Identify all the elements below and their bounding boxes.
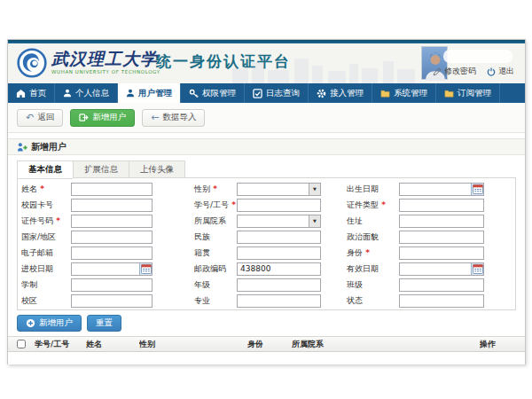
nav-tab-label: 日志查询: [266, 88, 300, 99]
nav-tab-home[interactable]: 首页: [8, 83, 55, 103]
id-type-input[interactable]: [399, 199, 484, 212]
status-input[interactable]: [399, 294, 484, 308]
field-valid-date: 有效日期: [347, 262, 484, 276]
field-label: 证件号码 *: [21, 215, 71, 227]
field-major: 专业: [194, 294, 321, 308]
tab-basic-info[interactable]: 基本信息: [17, 160, 73, 179]
field-label: 邮政编码: [194, 263, 237, 275]
schooling-length-input[interactable]: [71, 278, 153, 292]
dropdown-arrow-icon[interactable]: ▼: [309, 184, 320, 195]
campus-input[interactable]: [71, 294, 153, 308]
email-input[interactable]: [71, 246, 153, 260]
field-label: 校园卡号: [21, 200, 71, 211]
nav-tab-system[interactable]: 系统管理: [372, 83, 436, 103]
required-asterisk: *: [210, 184, 217, 193]
nav-tab-access[interactable]: 接入管理: [309, 83, 372, 103]
field-label: 证件类型 *: [347, 200, 399, 211]
select-all-cell: [17, 340, 35, 348]
field-label: 专业: [194, 295, 237, 307]
address-input[interactable]: [399, 215, 484, 228]
nav-tab-label: 用户管理: [138, 88, 172, 99]
form-row: 学制年级班级: [18, 277, 515, 293]
grade-input[interactable]: [237, 278, 321, 292]
back-arrow-icon: ↶: [26, 113, 34, 122]
nav-tab-users[interactable]: 用户管理: [118, 83, 181, 103]
required-asterisk: *: [363, 248, 370, 257]
field-label: 校区: [21, 295, 71, 307]
field-schooling-length: 学制: [21, 278, 153, 292]
logout-link[interactable]: 退出: [487, 66, 514, 77]
country-region-input[interactable]: [71, 231, 153, 244]
field-country-region: 国家/地区: [21, 231, 153, 244]
dropdown-arrow-icon[interactable]: ▼: [309, 215, 320, 227]
nav-tab-label: 权限管理: [202, 88, 236, 99]
table-header-row: 学号/工号姓名性别身份所属院系操作: [8, 336, 525, 352]
tab-upload-avatar[interactable]: 上传头像: [129, 160, 185, 178]
id-number-input[interactable]: [71, 215, 153, 228]
field-postal-code: 邮政编码: [194, 262, 321, 276]
export-icon: [79, 113, 89, 122]
nav-tab-logs[interactable]: 日志查询: [245, 83, 309, 103]
submit-add-user-button[interactable]: 新增用户: [17, 315, 82, 332]
data-import-button[interactable]: ← 数据导入: [142, 109, 205, 127]
back-button[interactable]: ↶ 返回: [17, 109, 63, 127]
header-links: 修改密码 退出: [433, 66, 514, 77]
major-input[interactable]: [237, 294, 321, 308]
tab-extended-info[interactable]: 扩展信息: [73, 160, 129, 178]
class-input[interactable]: [399, 278, 484, 292]
column-header-name: 姓名: [86, 339, 139, 350]
power-icon: [487, 67, 496, 76]
field-label: 国家/地区: [21, 231, 71, 243]
nav-tab-profile[interactable]: 个人信息: [55, 83, 118, 103]
field-label: 有效日期: [347, 263, 399, 275]
folder-icon: [444, 89, 454, 98]
field-label: 年级: [194, 279, 237, 291]
required-asterisk: *: [379, 200, 386, 209]
reset-button[interactable]: 重置: [87, 315, 121, 332]
content-area: 新增用户 基本信息扩展信息上传头像 姓名 *性别 *▼出生日期校园卡号学号/工号…: [8, 133, 525, 364]
field-label: 班级: [347, 279, 399, 291]
person-icon: [63, 89, 72, 98]
home-icon: [16, 89, 26, 98]
field-label: 性别 *: [194, 184, 237, 195]
select-all-checkbox[interactable]: [17, 340, 26, 348]
field-label: 学号/工号 *: [194, 200, 237, 211]
add-user-top-label: 新增用户: [92, 112, 126, 123]
identity-input[interactable]: [399, 246, 484, 260]
native-place-input[interactable]: [237, 246, 321, 260]
add-user-button-top[interactable]: 新增用户: [70, 109, 135, 127]
gear-icon: [317, 89, 326, 98]
screenshot-canvas: 武汉理工大学 WUHAN UNIVERSITY OF TECHNOLOGY 统一…: [0, 0, 532, 399]
calendar-icon[interactable]: [471, 263, 483, 275]
app-window: 武汉理工大学 WUHAN UNIVERSITY OF TECHNOLOGY 统一…: [7, 39, 526, 364]
change-password-link[interactable]: 修改密码: [433, 66, 476, 77]
nav-tab-subscription[interactable]: 订阅管理: [436, 83, 500, 103]
form-row: 电子邮箱籍贯身份 *: [18, 245, 515, 261]
ethnicity-input[interactable]: [237, 231, 321, 244]
calendar-icon[interactable]: [471, 184, 483, 195]
field-label: 电子邮箱: [21, 247, 71, 259]
nav-tab-label: 个人信息: [75, 88, 109, 99]
field-entry-date: 进校日期: [21, 262, 153, 276]
university-branding: 武汉理工大学 WUHAN UNIVERSITY OF TECHNOLOGY: [51, 49, 160, 74]
university-name-en: WUHAN UNIVERSITY OF TECHNOLOGY: [51, 69, 160, 74]
calendar-icon[interactable]: [139, 263, 152, 275]
field-email: 电子邮箱: [21, 246, 153, 260]
key-icon: [189, 89, 199, 98]
field-native-place: 籍贯: [194, 246, 321, 260]
student-id-input[interactable]: [237, 199, 321, 212]
field-status: 状态: [347, 294, 484, 308]
field-student-id: 学号/工号 *: [194, 199, 321, 212]
political-status-input[interactable]: [399, 231, 484, 244]
field-campus: 校区: [21, 294, 153, 308]
campus-card-no-input[interactable]: [71, 199, 153, 212]
nav-tab-permissions[interactable]: 权限管理: [181, 83, 245, 103]
form-row: 校园卡号学号/工号 *证件类型 *: [18, 197, 515, 213]
name-input[interactable]: [71, 183, 153, 196]
user-table: 学号/工号姓名性别身份所属院系操作: [8, 336, 525, 364]
postal-code-input[interactable]: [237, 262, 321, 276]
field-label: 身份 *: [347, 247, 399, 259]
field-name: 姓名 *: [21, 183, 153, 196]
section-title: 新增用户: [31, 141, 66, 153]
field-campus-card-no: 校园卡号: [21, 199, 153, 212]
